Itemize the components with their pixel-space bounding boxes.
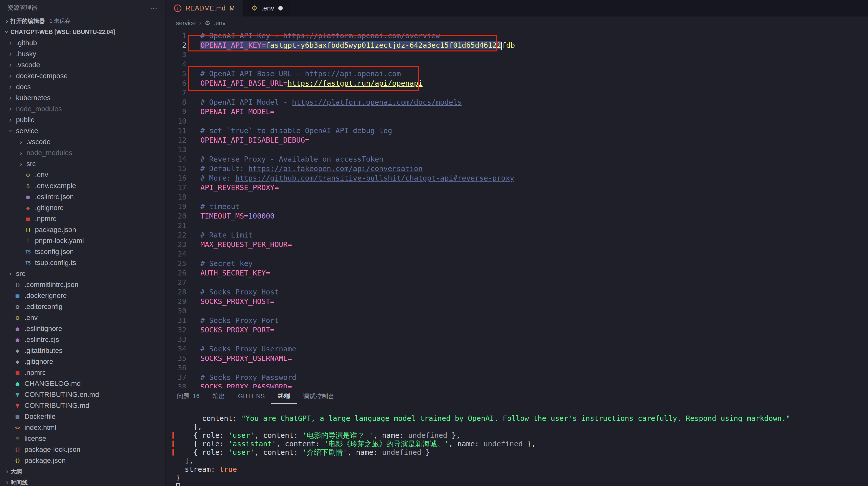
tree-folder-docker-compose[interactable]: ›docker-compose [0, 70, 165, 81]
tree-file-.eslintrc.json[interactable]: ●.eslintrc.json [0, 191, 165, 202]
code-line-21[interactable]: 21 [166, 221, 868, 230]
tree-file-.eslintrc.cjs[interactable]: ●.eslintrc.cjs [0, 334, 165, 345]
tree-folder-src[interactable]: ›src [0, 158, 165, 169]
code-line-25[interactable]: 25# Secret key [166, 259, 868, 268]
tree-file-CONTRIBUTING.en.md[interactable]: ▼CONTRIBUTING.en.md [0, 389, 165, 400]
outline-section[interactable]: 大纲 [0, 466, 165, 477]
tree-file-.npmrc[interactable]: ■.npmrc [0, 213, 165, 224]
open-editors-section[interactable]: 打开的编辑器 1 未保存 [0, 16, 165, 26]
tree-file-CHANGELOG.md[interactable]: ●CHANGELOG.md [0, 378, 165, 389]
tree-file-.gitignore[interactable]: ◆.gitignore [0, 202, 165, 213]
code-line-2[interactable]: 2OPENAI_API_KEY=fastgpt-y6b3axfbdd5wyp01… [166, 40, 868, 50]
breadcrumb-item-service[interactable]: service [176, 20, 196, 27]
code-line-28[interactable]: 28# Socks Proxy Host [166, 287, 868, 297]
line-number: 7 [166, 88, 186, 97]
tree-file-.npmrc[interactable]: ■.npmrc [0, 367, 165, 378]
code-line-34[interactable]: 34# Socks Proxy Username [166, 344, 868, 354]
code-line-14[interactable]: 14# Reverse Proxy - Available on accessT… [166, 154, 868, 164]
code-line-text [186, 50, 200, 59]
code-line-18[interactable]: 18 [166, 192, 868, 202]
code-editor[interactable]: 1# OpenAI API Key - https://platform.ope… [166, 29, 868, 388]
tab-readme-md[interactable]: README.md M [166, 0, 243, 17]
tree-file-pnpm-lock.yaml[interactable]: !pnpm-lock.yaml [0, 235, 165, 246]
code-line-6[interactable]: 6OPENAI_API_BASE_URL=https://fastgpt.run… [166, 79, 868, 88]
code-line-13[interactable]: 13 [166, 145, 868, 154]
code-line-29[interactable]: 29SOCKS_PROXY_HOST= [166, 297, 868, 306]
workspace-section[interactable]: CHATGPT-WEB [WSL: UBUNTU-22.04] [0, 26, 165, 37]
panel-tab-problems[interactable]: 问题 16 [170, 388, 206, 404]
code-line-9[interactable]: 9OPENAI_API_MODEL= [166, 107, 868, 116]
unsaved-dot-icon[interactable] [278, 6, 283, 10]
tree-file-package.json[interactable]: {}package.json [0, 224, 165, 235]
code-line-30[interactable]: 30 [166, 306, 868, 316]
breadcrumb-item-env[interactable]: .env [214, 20, 225, 27]
tab-env[interactable]: .env [243, 0, 291, 17]
panel-tab-debug-console[interactable]: 调试控制台 [297, 388, 341, 404]
code-line-1[interactable]: 1# OpenAI API Key - https://platform.ope… [166, 31, 868, 40]
code-line-15[interactable]: 15# Default: https://ai.fakeopen.com/api… [166, 164, 868, 173]
tree-folder-service[interactable]: ›service [0, 125, 165, 136]
tree-folder-.vscode[interactable]: ›.vscode [0, 136, 165, 147]
code-line-16[interactable]: 16# More: https://github.com/transitive-… [166, 173, 868, 183]
code-line-4[interactable]: 4 [166, 59, 868, 69]
code-line-17[interactable]: 17API_REVERSE_PROXY= [166, 183, 868, 192]
code-line-23[interactable]: 23MAX_REQUEST_PER_HOUR= [166, 240, 868, 249]
tree-file-.commitlintrc.json[interactable]: {}.commitlintrc.json [0, 279, 165, 290]
code-line-37[interactable]: 37# Socks Proxy Password [166, 373, 868, 382]
tree-file-.editorconfig[interactable]: ⚙.editorconfig [0, 301, 165, 312]
timeline-section[interactable]: 时间线 [0, 477, 165, 486]
code-line-35[interactable]: 35SOCKS_PROXY_USERNAME= [166, 354, 868, 363]
tree-folder-docs[interactable]: ›docs [0, 81, 165, 92]
tree-folder-.husky[interactable]: ›.husky [0, 49, 165, 59]
tree-folder-.vscode[interactable]: ›.vscode [0, 59, 165, 70]
code-line-38[interactable]: 38SOCKS_PROXY_PASSWORD= [166, 382, 868, 388]
line-number: 9 [166, 107, 186, 116]
code-line-22[interactable]: 22# Rate Limit [166, 230, 868, 240]
code-line-20[interactable]: 20TIMEOUT_MS=100000 [166, 211, 868, 221]
more-actions-icon[interactable]: ⋯ [150, 3, 158, 12]
code-line-32[interactable]: 32SOCKS_PROXY_PORT= [166, 325, 868, 335]
terminal-output[interactable]: content: "You are ChatGPT, a large langu… [166, 404, 868, 486]
tree-file-Dockerfile[interactable]: ■Dockerfile [0, 411, 165, 422]
tree-folder-kubernetes[interactable]: ›kubernetes [0, 92, 165, 104]
line-number: 6 [166, 79, 186, 88]
tree-file-package-lock.json[interactable]: {}package-lock.json [0, 444, 165, 455]
tree-file-.env.example[interactable]: $.env.example [0, 180, 165, 191]
tree-folder-node_modules[interactable]: ›node_modules [0, 147, 165, 158]
code-line-8[interactable]: 8# OpenAI API Model - https://platform.o… [166, 97, 868, 107]
code-line-36[interactable]: 36 [166, 363, 868, 373]
tree-folder-.github[interactable]: ›.github [0, 37, 165, 49]
tree-file-package.json[interactable]: {}package.json [0, 455, 165, 466]
tree-file-index.html[interactable]: <>index.html [0, 422, 165, 433]
code-line-19[interactable]: 19# timeout [166, 202, 868, 211]
tree-item-label: Dockerfile [25, 412, 55, 421]
tree-file-CONTRIBUTING.md[interactable]: ▼CONTRIBUTING.md [0, 400, 165, 411]
code-line-3[interactable]: 3 [166, 50, 868, 59]
tree-file-.dockerignore[interactable]: ■.dockerignore [0, 290, 165, 301]
code-line-31[interactable]: 31# Socks Proxy Port [166, 316, 868, 325]
code-line-5[interactable]: 5# OpenAI API Base URL - https://api.ope… [166, 69, 868, 79]
tree-file-tsup.config.ts[interactable]: TStsup.config.ts [0, 257, 165, 268]
code-line-12[interactable]: 12OPENAI_API_DISABLE_DEBUG= [166, 135, 868, 145]
code-line-26[interactable]: 26AUTH_SECRET_KEY= [166, 268, 868, 278]
code-line-10[interactable]: 10 [166, 116, 868, 126]
tree-folder-node_modules[interactable]: ›node_modules [0, 104, 165, 114]
tree-item-label: tsup.config.ts [35, 259, 76, 267]
code-line-7[interactable]: 7 [166, 88, 868, 97]
code-line-27[interactable]: 27 [166, 278, 868, 287]
tree-file-tsconfig.json[interactable]: TStsconfig.json [0, 246, 165, 257]
code-line-33[interactable]: 33 [166, 335, 868, 344]
panel-tab-output[interactable]: 输出 [206, 388, 231, 404]
tree-folder-public[interactable]: ›public [0, 114, 165, 125]
tree-file-license[interactable]: ≡license [0, 433, 165, 444]
tree-file-.env[interactable]: ⚙.env [0, 312, 165, 323]
tree-file-.gitignore[interactable]: ◆.gitignore [0, 356, 165, 367]
tree-file-.eslintignore[interactable]: ●.eslintignore [0, 323, 165, 334]
tree-file-.env[interactable]: ⚙.env [0, 169, 165, 180]
panel-tab-terminal[interactable]: 终端 [271, 388, 297, 404]
panel-tab-gitlens[interactable]: GITLENS [231, 388, 271, 404]
code-line-24[interactable]: 24 [166, 249, 868, 259]
tree-folder-src[interactable]: ›src [0, 268, 165, 279]
tree-file-.gitattributes[interactable]: ◆.gitattributes [0, 345, 165, 356]
code-line-11[interactable]: 11# set `true` to disable OpenAI API deb… [166, 126, 868, 135]
